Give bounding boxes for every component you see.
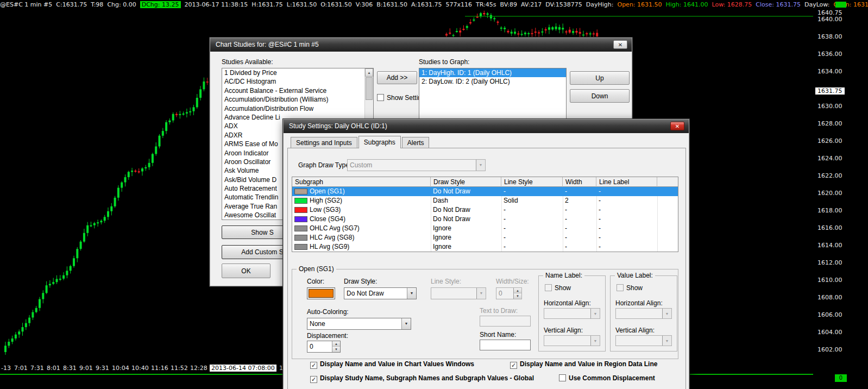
tab-subgraphs[interactable]: Subgraphs (358, 136, 401, 148)
value-label-show-checkbox[interactable]: Show (617, 284, 643, 292)
price-axis[interactable]: 1640.751640.001638.001636.001634.001631.… (813, 9, 868, 374)
price-label: 1628.00 (817, 120, 842, 127)
chevron-down-icon: ▼ (476, 288, 486, 299)
time-label: 7:31 (30, 365, 44, 372)
subgraph-color-swatch[interactable] (294, 235, 307, 241)
time-label: 9:31 (96, 365, 109, 372)
price-label: 1610.00 (817, 277, 842, 284)
scroll-thumb[interactable] (366, 77, 373, 100)
graph-list-item[interactable]: 1: DayHigh. ID: 1 (Daily OHLC) (419, 68, 566, 77)
up-button[interactable]: Up (570, 71, 630, 85)
name-label-show-checkbox[interactable]: Show (545, 284, 571, 292)
status-token: A:1631.75 (411, 1, 442, 8)
short-name-input[interactable] (480, 340, 531, 350)
subgraph-row[interactable]: Close (SG4)Do Not Draw--- (292, 215, 678, 224)
checkbox-icon[interactable] (377, 94, 384, 101)
price-label: 1602.00 (817, 346, 842, 353)
price-label: 1640.00 (817, 16, 842, 23)
time-label: 8:01 (47, 365, 60, 372)
cell-line_label: - (599, 215, 655, 224)
tab-settings-and-inputs[interactable]: Settings and Inputs (291, 137, 357, 148)
subgraph-color-swatch[interactable] (294, 225, 307, 231)
graph-list-item[interactable]: 2: DayLow. ID: 2 (Daily OHLC) (419, 77, 566, 86)
chevron-down-icon: ▼ (590, 309, 600, 318)
subgraph-color-swatch[interactable] (294, 198, 307, 204)
subgraph-table[interactable]: SubgraphDraw StyleLine StyleWidthLine La… (292, 177, 678, 252)
cell-line_style: - (504, 233, 561, 242)
subgraph-row[interactable]: High (SG2)DashSolid2- (292, 196, 678, 205)
cell-name: OHLC Avg (SG7) (310, 224, 429, 233)
cell-name: High (SG2) (310, 196, 429, 205)
width-size-label: Width/Size: (496, 278, 529, 285)
color-label: Color: (307, 278, 324, 285)
table-header-cell[interactable]: Draw Style (431, 177, 501, 187)
color-picker-button[interactable] (307, 287, 335, 299)
subgraph-row[interactable]: Open (SG1)Do Not Draw--- (292, 187, 678, 196)
table-header-cell[interactable]: Width (563, 177, 596, 187)
time-label: 10:04 (112, 365, 129, 372)
settings-tabs: Settings and Inputs Subgraphs Alerts (291, 136, 430, 148)
study-list-item[interactable]: AC/DC Histogram (222, 77, 373, 86)
settings-checkbox[interactable]: ✓Display Name and Value in Chart Values … (310, 360, 474, 369)
scroll-up-icon[interactable]: ▲ (365, 68, 373, 77)
study-list-item[interactable]: Accumulation/Distribution Flow (222, 104, 373, 113)
cell-line_label: - (599, 224, 655, 233)
subgraph-color-swatch[interactable] (294, 189, 307, 195)
table-header-cell[interactable]: Line Label (596, 177, 657, 187)
subgraph-row[interactable]: OHLC Avg (SG7)Ignore--- (292, 224, 678, 233)
table-header-cell[interactable]: Subgraph (292, 177, 431, 187)
auto-coloring-select[interactable]: None ▼ (307, 318, 411, 330)
settings-checkbox[interactable]: Use Common Displacement (559, 374, 655, 382)
close-icon[interactable]: ✕ (670, 122, 684, 130)
subgraph-row[interactable]: HL Avg (SG9)Ignore--- (292, 242, 678, 252)
text-to-draw-input (480, 316, 531, 327)
dialog-titlebar[interactable]: Study Settings: Daily OHLC (ID:1) ✕ (284, 120, 689, 133)
dialog-titlebar[interactable]: Chart Studies for: @ES#C 1 min #5 ✕ (210, 38, 632, 52)
checkbox-icon[interactable] (545, 284, 552, 291)
short-name-label: Short Name: (480, 331, 516, 338)
chevron-down-icon[interactable]: ▼ (401, 318, 411, 329)
cell-line_style: - (504, 224, 561, 233)
add-study-button[interactable]: Add >> (377, 71, 417, 84)
chevron-down-icon[interactable]: ▼ (407, 288, 416, 299)
status-indicator: 0 (835, 374, 847, 382)
checkbox-icon[interactable]: ✓ (310, 376, 317, 383)
vertical-align-label: Vertical Align: (544, 327, 583, 334)
studies-available-label: Studies Available: (222, 58, 273, 66)
width-size-spinner: 0 ▲▼ (496, 287, 522, 299)
checkbox-icon[interactable] (617, 284, 624, 291)
close-icon[interactable]: ✕ (613, 40, 627, 49)
subgraph-row[interactable]: Low (SG3)Do Not Draw--- (292, 205, 678, 215)
spinner-up-icon[interactable]: ▲ (332, 341, 340, 347)
ok-button[interactable]: OK (222, 263, 271, 278)
status-token: @ES#C 1 min #5 (0, 1, 52, 8)
graph-draw-type-select[interactable]: Custom ▼ (347, 159, 486, 171)
draw-style-select[interactable]: Do Not Draw ▼ (344, 287, 417, 299)
cell-line_label: - (599, 242, 655, 252)
show-settings-checkbox[interactable]: Show Settings (377, 94, 416, 102)
checkbox-icon[interactable]: ✓ (510, 362, 517, 369)
study-settings-dialog: Study Settings: Daily OHLC (ID:1) ✕ Sett… (282, 118, 690, 389)
group-title: Value Label: (615, 272, 655, 279)
checkbox-icon[interactable] (559, 374, 566, 381)
price-label: 1636.00 (817, 51, 842, 58)
study-list-item[interactable]: 1 Divided by Price (222, 68, 373, 77)
study-list-item[interactable]: Account Balance - External Service (222, 86, 373, 95)
down-button[interactable]: Down (570, 89, 630, 103)
checkbox-icon[interactable]: ✓ (310, 362, 317, 369)
subgraph-row[interactable]: HLC Avg (SG8)Ignore--- (292, 233, 678, 242)
status-token: Close: 1631.75 (756, 1, 801, 8)
table-header-cell[interactable]: Line Style (501, 177, 563, 187)
study-list-item[interactable]: Accumulation/Distribution (Williams) (222, 95, 373, 104)
subgraph-color-swatch[interactable] (294, 207, 307, 213)
tab-alerts[interactable]: Alerts (402, 137, 430, 148)
displacement-spinner[interactable]: 0 ▲▼ (307, 341, 341, 353)
settings-checkbox[interactable]: ✓Display Study Name, Subgraph Names and … (310, 374, 534, 383)
subgraph-color-swatch[interactable] (294, 244, 307, 250)
price-label: 1638.00 (817, 33, 842, 40)
status-token: B:1631.50 (376, 1, 407, 8)
spinner-down-icon[interactable]: ▼ (332, 347, 340, 352)
subgraph-color-swatch[interactable] (294, 216, 307, 222)
settings-checkbox[interactable]: ✓Display Name and Value in Region Data L… (510, 360, 657, 369)
price-label: 1624.00 (817, 155, 842, 162)
